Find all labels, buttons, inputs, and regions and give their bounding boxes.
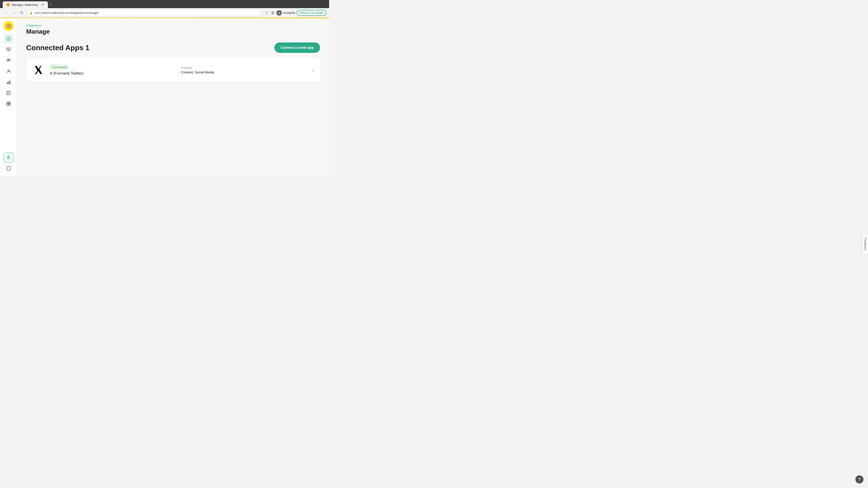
page-title: Manage	[26, 28, 320, 35]
category-value: Content, Social Media	[181, 70, 308, 74]
browser-toolbar: ← → ↻ 🔒 us21.admin.mailchimp.com/integra…	[0, 8, 329, 18]
tab-bar: 🐵 Manage | Mailchimp ✕ +	[0, 0, 329, 8]
back-button[interactable]: ←	[3, 10, 9, 16]
relaunch-button[interactable]: Relaunch to update	[297, 10, 327, 16]
section-header: Connected Apps 1 Connect a new app	[26, 42, 320, 53]
svg-rect-19	[9, 102, 10, 103]
tab-close-button[interactable]: ✕	[41, 3, 44, 6]
sidebar-item-campaigns[interactable]	[4, 34, 13, 43]
app-info: Connected X (Formerly Twitter)	[50, 65, 177, 76]
extensions-button[interactable]: ⊞	[270, 10, 275, 16]
svg-rect-21	[9, 104, 10, 105]
sidebar-item-automations[interactable]	[4, 44, 13, 55]
incognito-label: Incognito	[283, 11, 295, 14]
sidebar-item-ai[interactable]	[4, 153, 13, 162]
sidebar-item-audience[interactable]	[4, 55, 13, 65]
svg-rect-18	[7, 102, 8, 103]
browser-window: 🐵 Manage | Mailchimp ✕ + ← → ↻ 🔒 us21.ad…	[0, 0, 329, 176]
sidebar-item-content[interactable]	[4, 88, 13, 98]
main-content: Integrations Manage Connected Apps 1 Con…	[17, 18, 329, 176]
sidebar-item-templates[interactable]	[4, 99, 13, 109]
sidebar-item-reports[interactable]	[4, 77, 13, 87]
url-text: us21.admin.mailchimp.com/integrations/ma…	[35, 11, 98, 14]
connect-new-app-button[interactable]: Connect a new app	[274, 42, 320, 53]
tab-title: Manage | Mailchimp	[12, 3, 38, 6]
svg-point-10	[8, 70, 9, 71]
reload-button[interactable]: ↻	[19, 10, 25, 16]
app-logo	[33, 64, 45, 76]
svg-rect-13	[9, 81, 10, 84]
incognito-icon: 🕵	[276, 10, 282, 15]
toolbar-actions: ☆ ⊞ 🕵 Incognito Relaunch to update	[264, 10, 327, 16]
lock-icon: 🔒	[29, 11, 33, 14]
incognito-indicator: 🕵 Incognito	[276, 10, 295, 15]
sidebar: 🐵	[0, 18, 17, 176]
chevron-right-icon[interactable]: ›	[312, 68, 314, 73]
connected-badge: Connected	[50, 65, 69, 70]
svg-point-9	[9, 59, 10, 60]
svg-rect-11	[7, 83, 8, 84]
svg-rect-22	[7, 166, 10, 170]
main-layout: 🐵	[0, 18, 329, 176]
app-category-section: Category Content, Social Media	[181, 66, 308, 74]
tab-favicon: 🐵	[6, 3, 10, 6]
address-bar[interactable]: 🔒 us21.admin.mailchimp.com/integrations/…	[26, 9, 262, 16]
svg-point-8	[7, 59, 8, 60]
active-tab[interactable]: 🐵 Manage | Mailchimp ✕	[3, 1, 48, 8]
sidebar-item-collapse[interactable]	[4, 163, 13, 173]
forward-button[interactable]: →	[11, 10, 17, 16]
new-tab-button[interactable]: +	[48, 1, 54, 8]
category-label: Category	[181, 66, 308, 69]
svg-rect-12	[8, 82, 9, 84]
app-name: X (Formerly Twitter)	[50, 71, 177, 76]
svg-text:🐵: 🐵	[5, 23, 12, 29]
sidebar-item-contacts[interactable]	[4, 66, 13, 76]
mailchimp-logo[interactable]: 🐵	[4, 21, 13, 31]
section-title: Connected Apps 1	[26, 43, 90, 52]
svg-rect-20	[7, 104, 8, 105]
bookmark-button[interactable]: ☆	[264, 10, 269, 16]
app-card[interactable]: Connected X (Formerly Twitter) Category …	[26, 58, 320, 82]
breadcrumb[interactable]: Integrations	[26, 24, 320, 27]
